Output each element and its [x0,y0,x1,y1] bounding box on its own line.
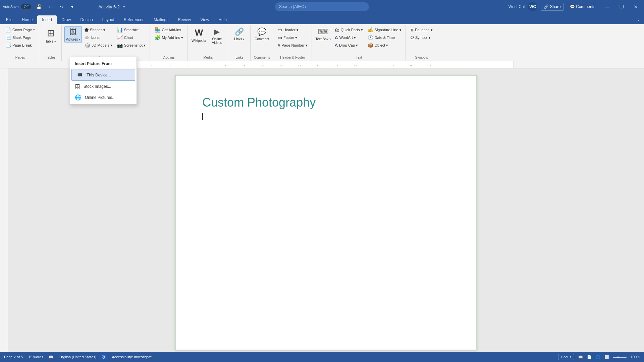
tab-help[interactable]: Help [214,15,231,24]
focus-button[interactable]: Focus [558,354,574,360]
svg-text:18: 18 [410,64,413,67]
sidebar-ruler: | [0,68,8,352]
my-addins-button[interactable]: 🧩 My Add-ins ▾ [153,34,185,41]
redo-button[interactable]: ↪ [57,3,66,11]
tab-design[interactable]: Design [75,15,97,24]
equation-button[interactable]: π Equation ▾ [409,26,435,34]
pages-group-label: Pages [15,55,25,60]
tab-home[interactable]: Home [17,15,37,24]
svg-text:9: 9 [244,64,245,67]
svg-text:15: 15 [354,64,357,67]
illustrations-col1: ⬟ Shapes ▾ ☺ Icons 🎲 3D Models ▾ [83,26,114,49]
cover-page-icon: 📄 [5,27,11,33]
chart-button[interactable]: 📈 Chart [115,34,148,41]
shapes-button[interactable]: ⬟ Shapes ▾ [83,26,114,34]
online-videos-button[interactable]: ▶ Online Videos [208,26,226,46]
pictures-button[interactable]: 🖼 Pictures ▾ [64,26,82,43]
proofing-icon[interactable]: 📖 [49,355,53,359]
wikipedia-icon: W [195,27,203,38]
page-number-icon: # [278,43,280,48]
icons-icon: ☺ [85,35,89,40]
cover-page-button[interactable]: 📄 Cover Page ▾ [3,26,37,34]
customize-qat-button[interactable]: ▾ [68,3,76,11]
undo-button[interactable]: ↩ [46,3,55,11]
status-right: Focus 📖 📄 🌐 ⬜ —●—— 100% [558,354,640,360]
tab-insert[interactable]: Insert [37,15,57,24]
tab-view[interactable]: View [196,15,214,24]
ribbon-collapse[interactable]: ⌃ [637,19,643,24]
text-col: 🗂 Quick Parts ▾ A WordArt ▾ A Drop Cap ▾ [333,26,365,49]
zoom-level[interactable]: 100% [631,355,640,359]
chart-icon: 📈 [117,35,123,40]
zoom-slider[interactable]: —●—— [613,355,627,359]
tab-mailings[interactable]: Mailings [149,15,173,24]
doc-title-dropdown[interactable]: ▾ [123,5,125,9]
search-input[interactable] [275,2,369,11]
tab-review[interactable]: Review [173,15,196,24]
page-number-button[interactable]: # Page Number ▾ [276,42,310,49]
table-icon: ⊞ [47,27,55,39]
web-layout-icon[interactable]: 🌐 [596,355,600,359]
read-mode-icon[interactable]: 📖 [578,355,583,359]
footer-button[interactable]: ▭ Footer ▾ [276,34,310,41]
autosave-toggle[interactable]: Off [21,4,32,10]
links-button[interactable]: 🔗 Links ▾ [231,26,248,42]
textbox-icon: ⌨ [318,27,329,36]
symbol-button[interactable]: Ω Symbol ▾ [409,34,435,41]
ribbon-group-comments: 💬 Comment Comments [251,25,273,61]
blank-page-button[interactable]: 📃 Blank Page [3,34,37,41]
header-footer-group-label: Header & Footer [280,55,305,60]
header-button[interactable]: ▭ Header ▾ [276,26,310,34]
user-name: West Cal [508,4,525,9]
minimize-button[interactable]: — [601,3,613,11]
title-bar-right: West Cal WC 🔗 Share 💬 Comments — ❐ ✕ [428,2,641,11]
sidebar-marker: | [0,71,8,89]
language[interactable]: English (United States) [59,355,97,359]
drop-cap-button[interactable]: A Drop Cap ▾ [333,42,365,49]
cursor [202,113,450,120]
pages-col: 📄 Cover Page ▾ 📃 Blank Page 📑 Page Break [3,26,37,49]
stock-images-icon: 🖼 [75,83,80,89]
save-button[interactable]: 💾 [34,3,44,11]
dropdown-item-this-device[interactable]: 💻 This Device... [71,69,135,81]
smartart-button[interactable]: 📊 SmartArt [115,26,148,34]
table-button[interactable]: ⊞ Table ▾ [42,26,59,45]
wordart-button[interactable]: A WordArt ▾ [333,34,365,41]
page-break-button[interactable]: 📑 Page Break [3,42,37,49]
share-button[interactable]: 🔗 Share [541,3,564,11]
document-page: Custom Photography [175,75,477,350]
3d-models-button[interactable]: 🎲 3D Models ▾ [83,42,114,49]
focus-view-icon[interactable]: ⬜ [604,355,609,359]
autosave-label: AutoSave [3,5,19,9]
addins-buttons: 🏪 Get Add-ins 🧩 My Add-ins ▾ [153,26,185,55]
tables-buttons: ⊞ Table ▾ [42,26,59,55]
comments-button[interactable]: 💬 Comments [567,3,598,10]
dropdown-item-stock-images[interactable]: 🖼 Stock Images... [70,81,137,92]
restore-button[interactable]: ❐ [616,3,627,11]
accessibility-label[interactable]: Accessibility: Investigate [112,355,152,359]
tab-file[interactable]: File [1,15,17,24]
signature-line-button[interactable]: ✍ Signature Line ▾ [366,26,404,34]
quick-parts-button[interactable]: 🗂 Quick Parts ▾ [333,26,365,34]
stock-images-label: Stock Images... [84,84,111,89]
ribbon-group-tables: ⊞ Table ▾ Tables [40,25,62,61]
ribbon-group-media: W Wikipedia ▶ Online Videos Media [188,25,228,61]
screenshot-button[interactable]: 📷 Screenshot ▾ [115,42,148,49]
textbox-button[interactable]: ⌨ Text Box ▾ [315,26,332,42]
smartart-icon: 📊 [117,27,123,33]
icons-button[interactable]: ☺ Icons [83,34,114,41]
comment-button[interactable]: 💬 Comment [253,26,271,42]
close-button[interactable]: ✕ [631,3,641,11]
object-button[interactable]: 📦 Object ▾ [366,42,404,49]
get-addins-button[interactable]: 🏪 Get Add-ins [153,26,185,34]
tab-draw[interactable]: Draw [57,15,75,24]
wikipedia-button[interactable]: W Wikipedia [190,26,208,44]
dropdown-item-online-pictures[interactable]: 🌐 Online Pictures... [70,92,137,103]
tab-layout[interactable]: Layout [98,15,119,24]
text-buttons: ⌨ Text Box ▾ 🗂 Quick Parts ▾ A WordArt ▾… [315,26,404,55]
tab-references[interactable]: References [119,15,149,24]
print-layout-icon[interactable]: 📄 [587,355,592,359]
media-buttons: W Wikipedia ▶ Online Videos [190,26,226,55]
date-time-button[interactable]: 🕐 Date & Time [366,34,404,41]
user-avatar[interactable]: WC [528,2,537,11]
